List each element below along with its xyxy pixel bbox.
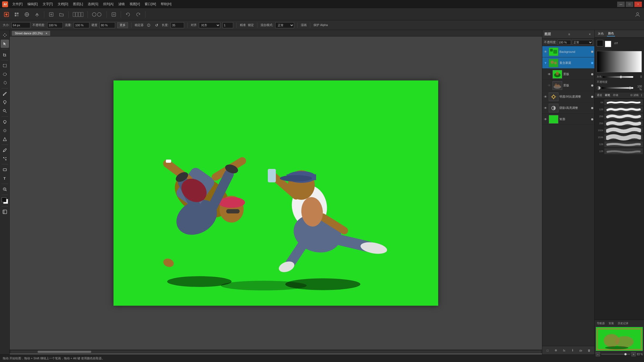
layers-close-btn[interactable]: × — [587, 32, 592, 37]
canvas-container[interactable] — [10, 36, 542, 350]
panel-menu-icon[interactable] — [640, 94, 643, 97]
brush-preview-1[interactable] — [604, 99, 643, 105]
snapshot-tab[interactable]: 历史记录 — [617, 321, 630, 326]
flow-input[interactable] — [74, 22, 89, 28]
menu-text[interactable]: 文字[T] — [41, 1, 55, 7]
brush-preview-4[interactable] — [604, 120, 643, 126]
view-grid-btn[interactable] — [71, 10, 85, 19]
layer-add-mask-btn[interactable]: □ — [545, 348, 551, 353]
layer-visibility-eye[interactable]: 👁 — [543, 50, 548, 54]
color-tab-color[interactable]: 颜色 — [607, 31, 615, 36]
align-select[interactable]: 对齐 — [199, 22, 220, 28]
brush-preview-6[interactable] — [604, 134, 643, 140]
tool-brush[interactable] — [1, 90, 9, 98]
opacity-input[interactable] — [47, 22, 63, 28]
menu-doc[interactable]: 文档[D] — [56, 1, 70, 7]
layer-group-eye[interactable]: ▼ — [543, 61, 548, 65]
tool-zoom[interactable] — [1, 185, 9, 193]
tool-lasso[interactable] — [1, 79, 9, 87]
layer-item-jingban1[interactable]: 👁 景版 — [542, 69, 594, 80]
minimize-button[interactable]: — — [617, 2, 625, 7]
menu-view[interactable]: 视图[V] — [127, 1, 142, 7]
tool-node[interactable] — [1, 155, 9, 163]
zoom-in-btn[interactable]: + — [631, 352, 636, 356]
persona-photo-btn[interactable] — [2, 10, 11, 19]
tool-select-ellipse[interactable] — [1, 70, 9, 78]
layers-opacity-input[interactable] — [558, 40, 571, 45]
tool-sharpen[interactable] — [1, 135, 9, 143]
scrollbar-thumb[interactable] — [38, 351, 91, 353]
opacity-slider[interactable] — [602, 87, 633, 89]
undo-btn[interactable] — [124, 10, 132, 19]
layer-item-brightness[interactable]: 👁 明度/对比度调整 — [542, 91, 594, 102]
tool-select-rect[interactable] — [1, 62, 9, 70]
tool-blur[interactable] — [1, 127, 9, 135]
tool-shape[interactable] — [1, 166, 9, 174]
align-input[interactable] — [222, 22, 233, 28]
zoom-out-btn[interactable]: − — [596, 352, 600, 356]
layer-fx-btn[interactable]: fx — [561, 348, 567, 353]
tool-pen[interactable] — [1, 146, 9, 154]
canvas-tab-item[interactable]: Street dance (83.2%) × — [12, 31, 50, 36]
close-button[interactable]: × — [634, 2, 642, 7]
hardness-input[interactable] — [100, 22, 115, 28]
layer-item-jingban2[interactable]: 👁 景版 — [542, 80, 594, 91]
layer-item-background[interactable]: 👁 Background — [542, 46, 594, 57]
new-doc-btn[interactable] — [47, 10, 56, 19]
tool-pointer[interactable] — [1, 40, 9, 48]
fg-color-picker[interactable] — [597, 40, 603, 46]
nav-zoom-thumb[interactable] — [624, 353, 627, 355]
redo-btn[interactable] — [134, 10, 142, 19]
open-btn[interactable] — [57, 10, 66, 19]
layers-menu-btn[interactable]: ≡ — [567, 32, 572, 37]
size-input[interactable] — [12, 22, 30, 28]
color-swatches[interactable] — [2, 197, 8, 204]
layer-shadow-eye[interactable]: 👁 — [543, 106, 548, 110]
swap-colors-btn[interactable] — [614, 41, 618, 45]
menu-layer[interactable]: 图层[L] — [71, 1, 85, 7]
tool-text[interactable]: T — [1, 174, 9, 182]
tool-paint[interactable] — [1, 98, 9, 106]
opacity-slider-thumb[interactable] — [629, 87, 631, 89]
nav-zoom-slider[interactable] — [601, 354, 630, 355]
studio-link-btn[interactable] — [109, 10, 118, 19]
gray-slider-thumb[interactable] — [620, 76, 622, 78]
tool-crop[interactable] — [1, 51, 9, 59]
bg-color-picker[interactable] — [605, 41, 611, 47]
gray-slider[interactable] — [603, 76, 633, 78]
brush-preview-8[interactable] — [604, 148, 643, 154]
menu-edit[interactable]: 编辑[E] — [25, 1, 40, 7]
tool-quickmask[interactable] — [1, 208, 9, 216]
navigator-tab[interactable]: 导航器 — [596, 321, 606, 326]
layer-item-rect[interactable]: 👁 矩形 — [542, 114, 594, 125]
layer-item-shadow[interactable]: 👁 阴影/高亮调整 — [542, 102, 594, 114]
fg-color-swatch[interactable] — [2, 197, 6, 202]
layer-rect-eye[interactable]: 👁 — [543, 117, 548, 121]
menu-help[interactable]: 帮助[H] — [159, 1, 173, 7]
layer-info-btn[interactable]: ℹ — [570, 348, 576, 353]
layer-folder-btn[interactable]: 🗁 — [578, 348, 584, 353]
brush-preview-3[interactable] — [604, 113, 643, 119]
navigator-thumbnail[interactable] — [596, 327, 643, 351]
scrollbar-track[interactable] — [11, 351, 541, 353]
panel-tab-brush[interactable]: 画笔 — [604, 93, 611, 98]
stabilize-option-btn[interactable]: ↺ — [154, 22, 160, 28]
tool-move[interactable] — [1, 31, 9, 39]
canvas-scrollbar[interactable] — [10, 350, 542, 353]
snap-btn[interactable] — [90, 10, 104, 19]
panel-tab-channel[interactable]: 通道 — [596, 93, 603, 98]
persona-pixel-btn[interactable] — [12, 10, 21, 19]
layer-jingban2-eye[interactable]: 👁 — [547, 83, 551, 88]
menu-arrange[interactable]: 排列[A] — [101, 1, 116, 7]
stabilize-toggle[interactable] — [146, 22, 152, 28]
length-input[interactable] — [171, 22, 184, 28]
brush-preview-7[interactable] — [604, 141, 643, 147]
history-tab[interactable]: 安装 — [608, 321, 615, 326]
brush-preview-5[interactable] — [604, 127, 643, 133]
canvas-tab-close[interactable]: × — [46, 32, 47, 35]
menu-filter[interactable]: 滤镜 — [116, 1, 127, 7]
tool-clone[interactable] — [1, 107, 9, 115]
tool-dodge[interactable] — [1, 118, 9, 126]
user-btn[interactable] — [633, 10, 642, 19]
color-tab-gray[interactable]: 灰色 — [597, 31, 605, 36]
